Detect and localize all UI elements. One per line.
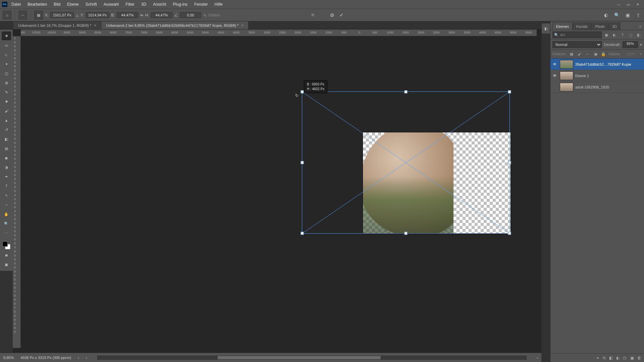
crop-tool[interactable]: ◫ — [2, 69, 11, 78]
transform-handle-tm[interactable] — [405, 90, 408, 94]
ruler-horizontal[interactable]: 1100010500100009500900085008000750070006… — [21, 29, 537, 36]
layer-style-icon[interactable]: fx — [603, 356, 606, 360]
scroll-left-arrow[interactable]: ‹ — [86, 356, 87, 360]
transform-handle-tr[interactable] — [508, 90, 511, 94]
width-value-input[interactable]: 44,47% — [117, 12, 138, 18]
type-tool[interactable]: T — [2, 182, 11, 190]
menu-fenster[interactable]: Fenster — [192, 0, 211, 9]
menu-datei[interactable]: Datei — [9, 0, 23, 9]
panel-menu-icon[interactable]: ≡ — [637, 23, 644, 30]
gradient-tool[interactable]: ▤ — [2, 144, 11, 153]
foreground-color-swatch[interactable] — [2, 241, 8, 247]
layer-name-0[interactable]: 26ab471dd8dc52…7828df7 Kopie — [575, 62, 643, 66]
new-layer-icon[interactable]: ▣ — [630, 356, 634, 360]
document-tab-1[interactable]: Unbenannt-1 bei 18,7% (Gruppe 1, RGB/8) … — [13, 21, 101, 29]
frame-tool[interactable]: ⊞ — [2, 78, 11, 87]
menu-bild[interactable]: Bild — [51, 0, 63, 9]
transform-handle-tl[interactable] — [301, 90, 304, 94]
horizontal-scrollbar[interactable] — [97, 356, 527, 360]
menu-plugins[interactable]: Plug-ins — [170, 0, 190, 9]
menu-schrift[interactable]: Schrift — [83, 0, 100, 9]
lock-transparency-icon[interactable]: ▦ — [569, 51, 575, 57]
filter-smart-icon[interactable]: ◧ — [635, 32, 642, 38]
brush-tool[interactable]: 🖌 — [2, 107, 11, 115]
lock-pixels-icon[interactable]: 🖌 — [577, 51, 583, 57]
window-maximize-button[interactable]: ▭ — [624, 1, 633, 8]
eraser-tool[interactable]: ◧ — [2, 135, 11, 143]
window-close-button[interactable]: ✕ — [633, 1, 642, 8]
layer-row-0[interactable]: 👁 26ab471dd8dc52…7828df7 Kopie — [550, 59, 644, 70]
lock-artboard-icon[interactable]: ▣ — [593, 51, 599, 57]
hand-tool[interactable]: ✋ — [2, 210, 11, 219]
layer-thumb-0[interactable] — [560, 60, 573, 69]
opacity-input[interactable]: 65% — [623, 41, 638, 48]
skew-icon[interactable]: ⤡ — [203, 13, 206, 17]
layer-thumb-2[interactable] — [560, 83, 573, 92]
ruler-vertical[interactable]: 1500100050005001000150020002500300035004… — [13, 36, 21, 348]
angle-value-input[interactable]: 0,00 — [180, 12, 201, 18]
adjustment-layer-icon[interactable]: ◐ — [616, 356, 620, 360]
opacity-dropdown-icon[interactable]: ▾ — [640, 43, 642, 47]
transform-tool-icon[interactable]: ↔ — [18, 11, 27, 19]
menu-filter[interactable]: Filter — [123, 0, 137, 9]
lock-all-icon[interactable]: 🔒 — [601, 51, 607, 57]
collapsed-panel-icon-1[interactable]: ◧ — [543, 25, 549, 32]
layer-name-2[interactable]: adult-1852908_1920 — [575, 85, 643, 89]
horizontal-scrollbar-thumb[interactable] — [218, 356, 381, 359]
eyedropper-tool[interactable]: ✎ — [2, 88, 11, 97]
doc-info-chevron[interactable]: › — [78, 356, 79, 360]
layer-group-icon[interactable]: 🗀 — [623, 356, 627, 360]
lock-position-icon[interactable]: ↔ — [585, 51, 591, 57]
layer-search-input[interactable]: 🔍 Art — [552, 32, 602, 38]
dodge-tool[interactable]: ◑ — [2, 163, 11, 172]
filter-type-icon[interactable]: T — [619, 32, 626, 38]
cloud-docs-icon[interactable]: ◐ — [603, 12, 609, 18]
x-value-input[interactable]: 1501,07 Px — [50, 12, 74, 18]
menu-ebene[interactable]: Ebene — [64, 0, 82, 9]
scroll-right-arrow[interactable]: › — [537, 356, 538, 360]
lasso-tool[interactable]: ⟀ — [2, 50, 11, 59]
zoom-level[interactable]: 8,85% — [3, 356, 14, 360]
layer-mask-icon[interactable]: ◧ — [609, 356, 613, 360]
filter-shape-icon[interactable]: ▢ — [627, 32, 634, 38]
layer-visibility-1[interactable]: 👁 — [552, 73, 558, 78]
fill-input[interactable]: 100% — [623, 52, 638, 56]
link-layers-icon[interactable]: ⚭ — [596, 356, 599, 360]
panel-tab-pfade[interactable]: Pfade — [591, 22, 608, 30]
menu-bearbeiten[interactable]: Bearbeiten — [25, 0, 50, 9]
healing-brush-tool[interactable]: ✚ — [2, 97, 11, 106]
document-tab-1-close[interactable]: × — [94, 23, 96, 28]
document-tab-2[interactable]: Unbenannt-2 bei 8,85% (26ab471dd8dc52b95… — [101, 21, 249, 29]
filter-pixel-icon[interactable]: ▣ — [603, 32, 610, 38]
zoom-tool[interactable]: 🔍 — [2, 219, 11, 228]
transform-handle-ml[interactable] — [301, 161, 304, 164]
transform-bounding-box[interactable] — [302, 92, 510, 234]
window-minimize-button[interactable]: — — [614, 1, 623, 8]
panel-tab-3d[interactable]: 3D — [608, 22, 621, 30]
marquee-tool[interactable]: ▭ — [2, 41, 11, 50]
shape-tool[interactable]: ○ — [2, 200, 11, 209]
filter-adjust-icon[interactable]: ◐ — [611, 32, 618, 38]
y-toggle-icon[interactable]: △ — [76, 13, 78, 17]
layer-visibility-0[interactable]: 👁 — [552, 62, 558, 67]
panel-tab-kanaele[interactable]: Kanäle — [573, 22, 591, 30]
canvas-area[interactable]: ↻ B : 6903 Px H : 4602 Px — [21, 36, 537, 348]
pen-tool[interactable]: ✒ — [2, 172, 11, 181]
blur-tool[interactable]: ◉ — [2, 154, 11, 162]
document-info[interactable]: 4936 Px x 3319 Px (300 ppcm) — [20, 356, 71, 360]
layer-thumb-1[interactable] — [560, 71, 573, 80]
edit-toolbar-icon[interactable]: ⋯ — [2, 229, 11, 237]
magic-wand-tool[interactable]: ✦ — [2, 60, 11, 68]
height-value-input[interactable]: 44,47% — [151, 12, 172, 18]
screenmode-tool[interactable]: ▣ — [2, 260, 11, 269]
cancel-transform-button[interactable]: ⊘ — [328, 11, 336, 19]
link-wh-icon[interactable]: ⇋ — [140, 13, 143, 17]
home-button[interactable]: ⌂ — [3, 11, 11, 19]
move-tool[interactable]: ✥ — [2, 32, 11, 40]
commit-transform-button[interactable]: ✓ — [338, 11, 345, 19]
layer-name-1[interactable]: Ebene 1 — [575, 74, 643, 78]
transform-handle-bl[interactable] — [301, 232, 304, 235]
reference-point-grid[interactable]: ▦ — [34, 11, 43, 19]
transform-handle-bm[interactable] — [405, 232, 408, 235]
menu-auswahl[interactable]: Auswahl — [101, 0, 121, 9]
